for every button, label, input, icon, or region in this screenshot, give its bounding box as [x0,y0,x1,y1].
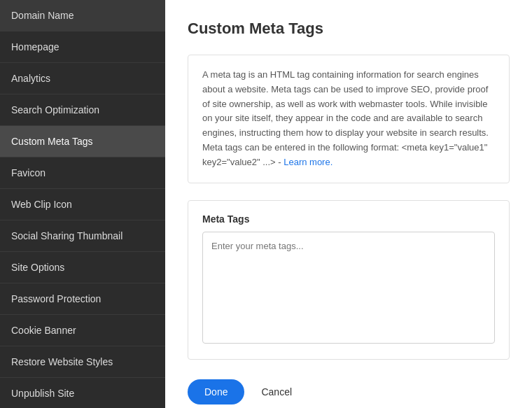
sidebar-item-web-clip-icon[interactable]: Web Clip Icon [0,189,165,220]
sidebar-item-password-protection[interactable]: Password Protection [0,283,165,315]
button-row: Done Cancel [188,379,510,405]
sidebar-item-domain-name[interactable]: Domain Name [0,0,165,31]
sidebar-item-cookie-banner[interactable]: Cookie Banner [0,315,165,346]
sidebar-item-analytics[interactable]: Analytics [0,63,165,94]
sidebar-item-favicon[interactable]: Favicon [0,157,165,189]
meta-tags-label: Meta Tags [202,213,495,225]
info-box: A meta tag is an HTML tag containing inf… [188,55,510,183]
main-content: Custom Meta Tags A meta tag is an HTML t… [165,0,532,408]
info-text: A meta tag is an HTML tag containing inf… [202,68,495,170]
done-button[interactable]: Done [188,379,244,405]
sidebar-item-search-optimization[interactable]: Search Optimization [0,94,165,126]
sidebar-item-custom-meta-tags[interactable]: Custom Meta Tags [0,126,165,157]
sidebar-item-unpublish-site[interactable]: Unpublish Site [0,378,165,408]
page-title: Custom Meta Tags [188,20,510,38]
sidebar: Domain NameHomepageAnalyticsSearch Optim… [0,0,165,408]
learn-more-link[interactable]: Learn more. [284,157,332,167]
cancel-button[interactable]: Cancel [255,379,298,405]
sidebar-item-social-sharing-thumbnail[interactable]: Social Sharing Thumbnail [0,220,165,252]
sidebar-item-restore-website-styles[interactable]: Restore Website Styles [0,346,165,378]
sidebar-item-homepage[interactable]: Homepage [0,31,165,63]
meta-tags-section: Meta Tags [188,200,510,360]
meta-tags-input[interactable] [202,232,495,344]
sidebar-item-site-options[interactable]: Site Options [0,252,165,283]
